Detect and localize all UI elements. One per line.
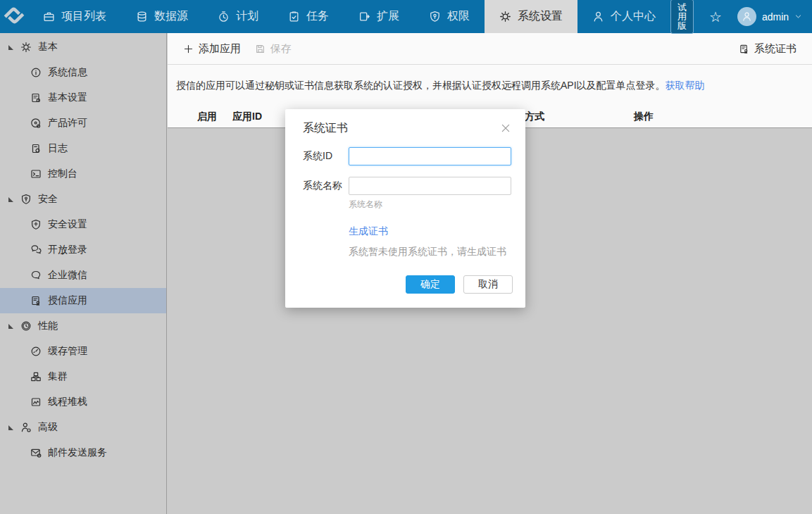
license-icon — [30, 118, 42, 129]
system-name-row: 系统名称 — [303, 177, 511, 195]
sidebar-item-logs[interactable]: 日志 — [0, 136, 166, 161]
sidebar-item-label: 日志 — [48, 142, 68, 155]
expand-triangle-icon — [8, 197, 13, 202]
sidebar-group-security[interactable]: 安全 — [0, 187, 166, 212]
sidebar-item-label: 系统信息 — [48, 66, 87, 79]
ok-button[interactable]: 确定 — [406, 275, 455, 294]
sidebar-item-label: 授信应用 — [48, 294, 87, 307]
nav-item-profile[interactable]: 个人中心 — [577, 0, 670, 33]
column-header-app-id: 应用ID — [232, 111, 262, 123]
sidebar-group-label: 基本 — [38, 41, 58, 54]
sidebar-item-open-login[interactable]: 开放登录 — [0, 237, 166, 263]
column-header-enabled: 启用 — [197, 111, 217, 123]
nav-item-label: 项目列表 — [61, 9, 106, 24]
add-app-button[interactable]: 添加应用 — [176, 33, 248, 64]
sidebar-item-trusted-apps[interactable]: 授信应用 — [0, 288, 166, 313]
mail-gear-icon — [30, 447, 42, 458]
favorite-star-icon[interactable]: ☆ — [709, 10, 722, 24]
briefcase-icon — [43, 11, 55, 23]
dialog-title: 系统证书 — [303, 121, 348, 136]
sidebar-item-label: 线程堆栈 — [48, 396, 87, 408]
sidebar-group-label: 安全 — [38, 193, 58, 206]
sidebar-item-cache-management[interactable]: 缓存管理 — [0, 339, 166, 364]
shield-plus-icon — [30, 219, 42, 230]
cancel-button[interactable]: 取消 — [463, 275, 513, 294]
avatar — [737, 7, 756, 26]
sidebar: 基本系统信息基本设置产品许可日志控制台安全安全设置开放登录企业微信授信应用性能缓… — [0, 33, 167, 514]
dialog-header: 系统证书 — [285, 109, 525, 136]
sidebar-item-label: 基本设置 — [48, 92, 87, 104]
save-button[interactable]: 保存 — [248, 33, 299, 64]
chat-bubbles-icon — [30, 244, 42, 256]
sidebar-item-cluster[interactable]: 集群 — [0, 364, 166, 389]
system-id-label: 系统ID — [303, 150, 349, 163]
close-icon[interactable] — [500, 123, 511, 134]
sidebar-item-basic-settings[interactable]: 基本设置 — [0, 85, 166, 111]
sidebar-item-console[interactable]: 控制台 — [0, 161, 166, 187]
sidebar-item-security-settings[interactable]: 安全设置 — [0, 212, 166, 237]
floppy-disk-icon — [255, 44, 266, 54]
info-icon — [30, 67, 42, 78]
sidebar-group-advanced[interactable]: 高级 — [0, 415, 166, 440]
person-icon — [592, 11, 604, 23]
person-icon — [742, 11, 752, 22]
sidebar-item-label: 缓存管理 — [48, 345, 87, 358]
user-menu[interactable]: admin — [737, 7, 802, 26]
sidebar-item-label: 企业微信 — [48, 269, 87, 282]
cert-hint-text: 系统暂未使用系统证书，请生成证书 — [349, 246, 511, 258]
sidebar-item-thread-stack[interactable]: 线程堆栈 — [0, 389, 166, 415]
sidebar-group-performance[interactable]: 性能 — [0, 313, 166, 339]
shield-icon — [429, 11, 441, 23]
nav-item-plans[interactable]: 计划 — [203, 0, 273, 33]
cluster-icon — [30, 371, 42, 382]
person-gear-icon — [20, 422, 32, 433]
toolbar: 添加应用 保存 系统证书 — [168, 33, 812, 65]
app-logo[interactable] — [0, 0, 28, 33]
add-app-label: 添加应用 — [199, 42, 241, 56]
logo-s-icon — [0, 1, 28, 32]
generate-cert-link[interactable]: 生成证书 — [349, 225, 511, 238]
nav-item-extensions[interactable]: 扩展 — [344, 0, 414, 33]
console-icon — [30, 168, 42, 180]
sidebar-item-label: 产品许可 — [48, 117, 87, 130]
system-name-input[interactable] — [349, 177, 511, 195]
column-header-actions: 操作 — [634, 111, 654, 123]
gauge-icon — [30, 346, 42, 357]
get-help-link[interactable]: 获取帮助 — [666, 80, 705, 91]
clock-icon — [218, 11, 230, 23]
nav-item-system-settings[interactable]: 系统设置 — [485, 0, 577, 33]
nav-item-label: 计划 — [236, 9, 258, 24]
navbar-right: 试用版 ☆ admin — [670, 0, 812, 33]
extension-icon — [358, 11, 370, 23]
system-id-input[interactable] — [349, 147, 511, 165]
gear-icon — [499, 11, 511, 23]
sidebar-item-system-info[interactable]: 系统信息 — [0, 60, 166, 85]
certificate-icon — [739, 44, 749, 54]
nav-item-datasources[interactable]: 数据源 — [121, 0, 203, 33]
nav-item-permissions[interactable]: 权限 — [414, 0, 485, 33]
sidebar-item-mail-service[interactable]: 邮件发送服务 — [0, 440, 166, 465]
app-window: 项目列表数据源计划任务扩展权限系统设置个人中心 试用版 ☆ admin 基本系统… — [0, 0, 812, 514]
database-icon — [136, 11, 148, 23]
system-name-helper: 系统名称 — [349, 199, 511, 211]
trial-badge: 试用版 — [670, 0, 694, 34]
sidebar-item-wechat-work[interactable]: 企业微信 — [0, 263, 166, 288]
system-cert-button[interactable]: 系统证书 — [732, 33, 804, 64]
nav-item-projects[interactable]: 项目列表 — [28, 0, 121, 33]
expand-triangle-icon — [8, 45, 13, 50]
chat-icon — [30, 270, 42, 281]
expand-triangle-icon — [8, 324, 13, 329]
shield-key-icon — [20, 194, 32, 205]
description-text: 授信的应用可以通过秘钥或证书信息获取系统的认证授权，并根据认证授权远程调用系统A… — [176, 80, 666, 91]
chevron-down-icon — [794, 13, 802, 20]
sidebar-item-label: 集群 — [48, 370, 68, 383]
nav-item-tasks[interactable]: 任务 — [273, 0, 344, 33]
top-navbar: 项目列表数据源计划任务扩展权限系统设置个人中心 试用版 ☆ admin — [0, 0, 812, 33]
username: admin — [762, 11, 789, 23]
sidebar-item-product-license[interactable]: 产品许可 — [0, 111, 166, 136]
nav-item-label: 任务 — [306, 9, 329, 24]
sidebar-group-basic[interactable]: 基本 — [0, 35, 166, 60]
system-name-label: 系统名称 — [303, 180, 349, 192]
page-description: 授信的应用可以通过秘钥或证书信息获取系统的认证授权，并根据认证授权远程调用系统A… — [168, 65, 812, 98]
system-id-row: 系统ID — [303, 147, 511, 165]
